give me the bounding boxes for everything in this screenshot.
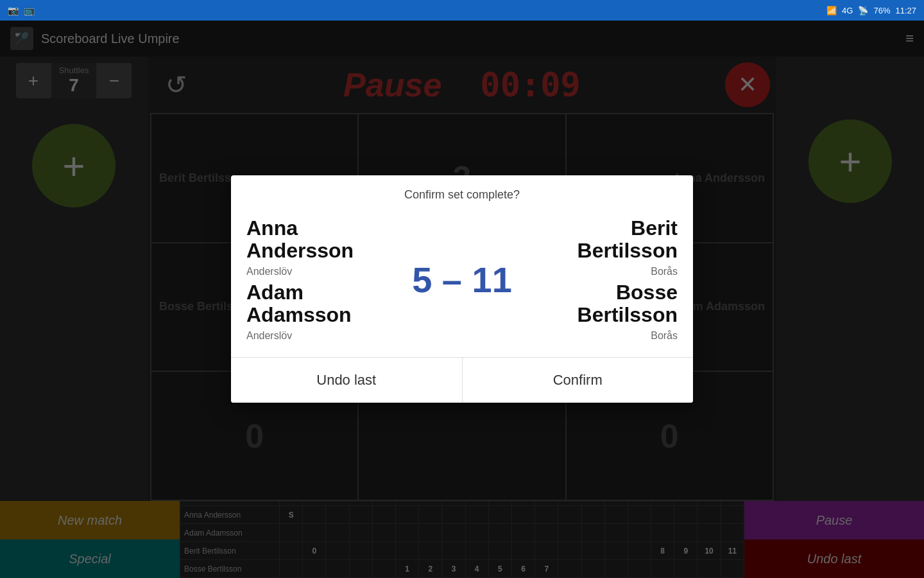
modal-player3-name: Berit Bertilsson bbox=[525, 217, 678, 262]
modal-score: 5 – 11 bbox=[399, 259, 525, 301]
modal-player2-name: Adam Adamsson bbox=[246, 281, 399, 326]
modal-team-left: Anna Andersson Anderslöv Adam Adamsson A… bbox=[246, 217, 399, 342]
modal-player4-city: Borås bbox=[651, 330, 678, 342]
modal-footer: Undo last Confirm bbox=[231, 357, 693, 403]
cast-icon: 📺 bbox=[24, 5, 35, 15]
modal-player3-city: Borås bbox=[651, 266, 678, 277]
modal-player1-city: Anderslöv bbox=[246, 266, 399, 277]
modal-player1-name: Anna Andersson bbox=[246, 217, 399, 262]
network-icon: 📡 bbox=[858, 6, 868, 15]
confirm-button[interactable]: Confirm bbox=[463, 358, 694, 403]
modal-player2-city: Anderslöv bbox=[246, 330, 399, 342]
time-label: 11:27 bbox=[895, 6, 916, 15]
modal-player4-name: Bosse Bertilsson bbox=[525, 281, 678, 326]
wifi-icon: 📶 bbox=[826, 6, 837, 15]
signal-label: 4G bbox=[842, 6, 853, 15]
modal-dialog: Confirm set complete? Anna Andersson And… bbox=[231, 175, 693, 403]
modal-overlay: Confirm set complete? Anna Andersson And… bbox=[0, 0, 924, 578]
modal-title: Confirm set complete? bbox=[231, 175, 693, 209]
status-bar: 📷 📺 📶 4G 📡 76% 11:27 bbox=[0, 0, 924, 21]
modal-team-right: Berit Bertilsson Borås Bosse Bertilsson … bbox=[525, 217, 678, 342]
battery-label: 76% bbox=[873, 6, 890, 15]
undo-last-button[interactable]: Undo last bbox=[231, 358, 462, 403]
modal-body: Anna Andersson Anderslöv Adam Adamsson A… bbox=[231, 209, 693, 358]
screenshot-icon: 📷 bbox=[8, 5, 19, 15]
